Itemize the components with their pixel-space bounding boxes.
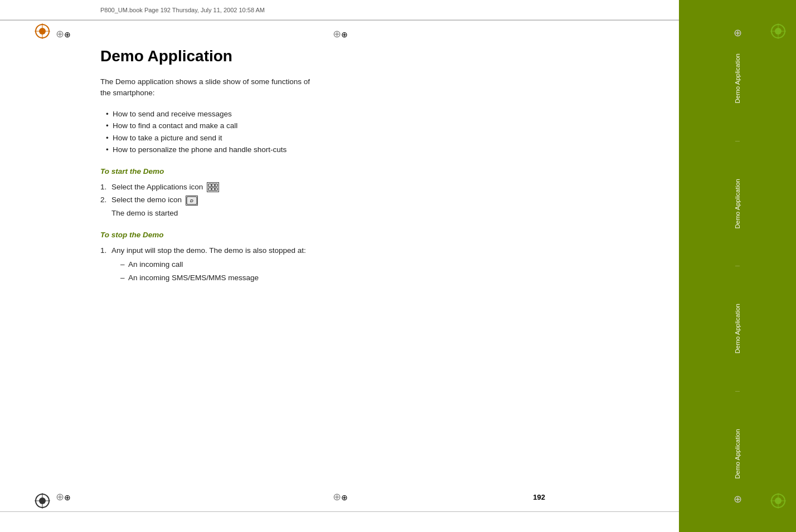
stop-sub-list: An incoming call An incoming SMS/EMS/MMS…: [111, 258, 645, 284]
stop-steps: 1. Any input will stop the demo. The dem…: [100, 245, 645, 284]
sub-item-2: An incoming SMS/EMS/MMS message: [120, 272, 645, 284]
sidebar-color-target-tr: [770, 23, 786, 39]
sidebar-label-2: Demo Application: [734, 165, 741, 243]
reg-mark-bl: ⊕: [56, 491, 69, 504]
bottom-line: [0, 511, 679, 512]
main-content: P800_UM.book Page 192 Thursday, July 11,…: [0, 0, 679, 532]
stop-step-1: 1. Any input will stop the demo. The dem…: [100, 245, 645, 284]
page-number: 192: [533, 493, 545, 501]
sidebar-color-target-br: [770, 493, 786, 509]
section-stop-heading: To stop the Demo: [100, 231, 645, 239]
color-target-tl: [35, 23, 50, 39]
start-steps: 1. Select the Applications icon 2. Selec…: [100, 181, 645, 219]
start-step-1: 1. Select the Applications icon: [100, 181, 645, 193]
bullet-item-1: How to send and receive messages: [106, 108, 645, 120]
bullet-list: How to send and receive messages How to …: [100, 108, 645, 156]
bullet-item-3: How to take a picture and send it: [106, 132, 645, 144]
sidebar-reg-mark-top: ⊕: [734, 27, 742, 39]
reg-mark-bm: ⊕: [333, 491, 346, 504]
top-line: [0, 20, 679, 21]
svg-rect-13: [215, 188, 217, 191]
header-text: P800_UM.book Page 192 Thursday, July 11,…: [100, 7, 265, 13]
sidebar-label-3: Demo Application: [734, 290, 741, 368]
svg-rect-11: [208, 188, 211, 191]
sidebar-label-4: Demo Application: [734, 415, 741, 493]
sub-item-1: An incoming call: [120, 258, 645, 271]
header-strip: P800_UM.book Page 192 Thursday, July 11,…: [0, 0, 679, 20]
start-step-2: 2. Select the demo icon D: [100, 194, 645, 206]
reg-mark-tl: ⊕: [56, 28, 69, 41]
sidebar-label-1: Demo Application: [734, 40, 741, 118]
page-body: Demo Application The Demo application sh…: [100, 47, 645, 284]
page-title: Demo Application: [100, 47, 645, 65]
sidebar-divider-1: [735, 141, 739, 141]
applications-icon: [207, 182, 219, 192]
sidebar: ⊕ Demo Application Demo Application Demo…: [679, 0, 796, 532]
sidebar-labels-container: Demo Application Demo Application Demo A…: [734, 11, 741, 521]
sidebar-divider-3: [735, 391, 739, 392]
section-start-heading: To start the Demo: [100, 167, 645, 175]
bullet-item-4: How to personalize the phone and handle …: [106, 144, 645, 156]
color-target-bl: [35, 493, 50, 509]
bullet-item-2: How to find a contact and make a call: [106, 120, 645, 132]
demo-icon: D: [186, 196, 198, 206]
sidebar-reg-mark-bot: ⊕: [734, 493, 742, 505]
sidebar-divider-2: [735, 266, 739, 266]
step1-text: Select the Applications icon: [111, 183, 205, 191]
svg-rect-9: [212, 184, 215, 187]
svg-rect-10: [215, 184, 217, 187]
start-step-3: The demo is started: [100, 207, 645, 219]
svg-text:D: D: [190, 198, 193, 203]
svg-rect-12: [212, 188, 215, 191]
reg-mark-tm: ⊕: [333, 28, 346, 41]
svg-rect-8: [208, 184, 211, 187]
step2-text: Select the demo icon: [111, 196, 184, 204]
intro-text: The Demo application shows a slide show …: [100, 76, 645, 99]
